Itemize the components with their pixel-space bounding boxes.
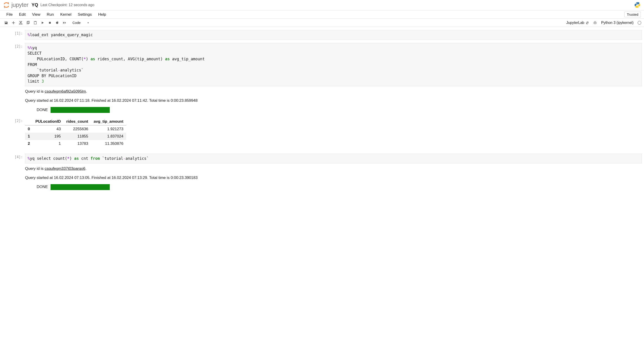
trusted-badge[interactable]: Trusted — [624, 11, 641, 17]
checkpoint-text: Last Checkpoint: 12 seconds ago — [40, 3, 94, 7]
progress-bar — [50, 184, 110, 190]
menu-help[interactable]: Help — [95, 11, 109, 18]
cell-output: Query id is csqufegm6af92a5095lm. Query … — [25, 86, 642, 117]
dataframe-table: PULocationID rides_count avg_tip_amount … — [25, 118, 126, 147]
svg-point-0 — [8, 2, 9, 3]
menu-kernel[interactable]: Kernel — [57, 11, 74, 18]
stop-icon[interactable] — [46, 19, 53, 26]
progress-label: DONE — [25, 184, 48, 190]
menu-bar: File Edit View Run Kernel Settings Help … — [0, 10, 644, 19]
col-header: rides_count — [64, 118, 91, 125]
progress-label: DONE — [25, 107, 48, 113]
menu-settings[interactable]: Settings — [75, 11, 95, 18]
input-prompt: [4]: — [2, 154, 25, 194]
menu-view[interactable]: View — [29, 11, 44, 18]
cut-icon[interactable] — [17, 19, 24, 26]
toolbar: Code ▾ JupyterLab Python 3 (ipykernel) — [0, 19, 644, 27]
menu-file[interactable]: File — [3, 11, 16, 18]
code-input[interactable]: %load_ext yandex_query_magic — [25, 30, 642, 40]
menu-edit[interactable]: Edit — [16, 11, 29, 18]
input-prompt: [2]: — [2, 43, 25, 117]
copy-icon[interactable] — [24, 19, 32, 26]
query-id-link[interactable]: csqufegm337t03parqo6 — [45, 166, 86, 171]
run-all-icon[interactable] — [61, 19, 68, 26]
kernel-name[interactable]: Python 3 (ipykernel) — [601, 21, 634, 25]
table-row: 2 1 13783 11.350876 — [25, 140, 126, 147]
paste-icon[interactable] — [32, 19, 39, 26]
chevron-down-icon: ▾ — [88, 21, 89, 24]
cell-output-row: [2]: PULocationID rides_count avg_tip_am… — [2, 117, 642, 147]
code-input[interactable]: %yq select count(*) as cnt from `tutoria… — [25, 154, 642, 163]
input-prompt: [1]: — [2, 30, 25, 40]
cell-output: Query id is csqufegm337t03parqo6. Query … — [25, 163, 642, 194]
query-timing: Query started at 16.02.2024 07:13:05. Fi… — [25, 175, 642, 181]
code-input[interactable]: %%yq SELECT PULocationID, COUNT(*) as ri… — [25, 43, 642, 86]
svg-point-1 — [4, 7, 5, 7]
query-id-prefix: Query id is — [25, 89, 45, 94]
save-icon[interactable] — [3, 19, 10, 26]
svg-rect-7 — [49, 22, 51, 24]
jupyter-logo[interactable]: jupyter — [3, 1, 28, 8]
kernel-status-icon[interactable] — [638, 21, 641, 24]
output-prompt: [2]: — [2, 117, 25, 147]
cell-type-value: Code — [72, 21, 80, 24]
query-timing: Query started at 16.02.2024 07:11:18. Fi… — [25, 98, 642, 104]
notebook-name[interactable]: YQ — [32, 2, 38, 7]
progress-bar — [50, 107, 110, 113]
cell[interactable]: [2]: %%yq SELECT PULocationID, COUNT(*) … — [2, 43, 642, 117]
cell[interactable]: [4]: %yq select count(*) as cnt from `tu… — [2, 154, 642, 194]
query-id-prefix: Query id is — [25, 166, 45, 171]
table-row: 0 43 2255636 1.921273 — [25, 125, 126, 133]
header-bar: jupyter YQ Last Checkpoint: 12 seconds a… — [0, 0, 644, 10]
svg-point-8 — [594, 22, 596, 24]
col-header: avg_tip_amount — [91, 118, 126, 125]
add-cell-icon[interactable] — [10, 19, 17, 26]
cell[interactable]: [1]: %load_ext yandex_query_magic — [2, 30, 642, 40]
jupyter-logo-text: jupyter — [12, 1, 28, 8]
jupyter-logo-icon — [3, 2, 10, 8]
table-row: 1 195 11855 1.837024 — [25, 133, 126, 140]
cell-type-select[interactable]: Code ▾ — [70, 20, 94, 25]
debug-icon[interactable] — [593, 21, 597, 25]
run-icon[interactable] — [39, 19, 46, 26]
external-link-icon — [586, 21, 589, 24]
restart-icon[interactable] — [54, 19, 60, 26]
query-id-link[interactable]: csqufegm6af92a5095lm — [45, 89, 86, 94]
col-header: PULocationID — [32, 118, 63, 125]
python-icon — [634, 1, 641, 8]
jupyterlab-link[interactable]: JupyterLab — [566, 21, 589, 25]
notebook-area[interactable]: [1]: %load_ext yandex_query_magic [2]: %… — [0, 27, 644, 204]
svg-point-2 — [8, 7, 9, 7]
menu-run[interactable]: Run — [44, 11, 57, 18]
svg-rect-6 — [35, 21, 36, 22]
